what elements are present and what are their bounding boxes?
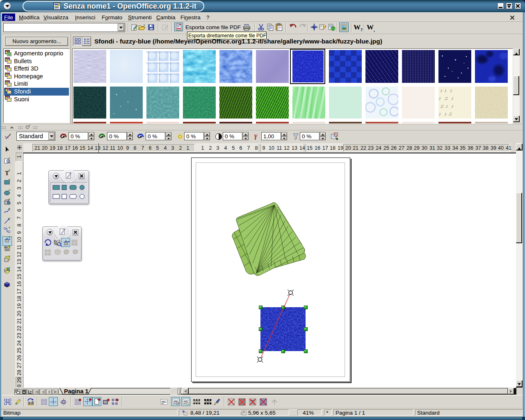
svg-text:ABC: ABC xyxy=(162,400,167,403)
svg-text:ABC: ABC xyxy=(173,400,179,403)
svg-text:ABC: ABC xyxy=(184,400,189,403)
svg-text:T: T xyxy=(5,170,9,176)
